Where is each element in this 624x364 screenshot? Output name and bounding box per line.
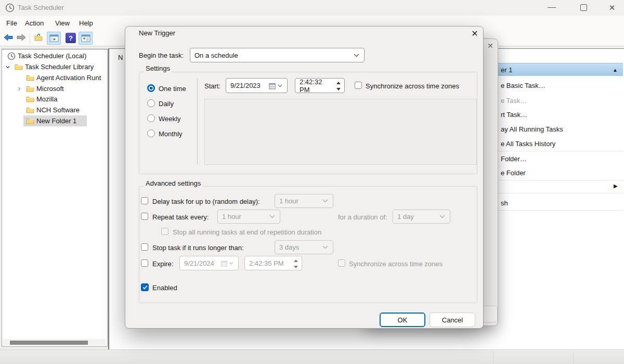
stop-task-checkbox[interactable] — [141, 243, 148, 251]
expire-label: Expire: — [152, 260, 173, 268]
menu-view[interactable]: View — [52, 16, 73, 31]
stop-all-tasks-checkbox — [161, 228, 168, 235]
chevron-down-icon — [322, 245, 328, 249]
action-delete-folder[interactable]: e Folder — [498, 165, 623, 180]
folder-icon — [26, 107, 34, 113]
chevron-down-icon — [229, 262, 233, 265]
radio-daily[interactable] — [147, 99, 155, 107]
help-icon[interactable]: ? — [66, 33, 76, 43]
tree-item-library[interactable]: Task Scheduler Library — [5, 61, 94, 72]
delay-duration-value: 1 hour — [279, 197, 298, 205]
folder-icon — [26, 118, 34, 124]
console-tree-button[interactable] — [47, 32, 61, 45]
chevron-down-icon — [439, 215, 445, 218]
chevron-down-icon — [354, 54, 359, 57]
start-time-value: 2:42:32 PM — [300, 78, 333, 94]
action-all-tasks-history[interactable]: e All Tasks History — [498, 136, 623, 151]
action-refresh[interactable]: sh — [498, 196, 623, 210]
enabled-checkbox[interactable] — [141, 283, 149, 291]
ok-button-label: OK — [398, 316, 408, 324]
forward-icon[interactable] — [16, 34, 27, 41]
sync-timezones-checkbox[interactable] — [355, 82, 362, 89]
expire-checkbox[interactable] — [141, 259, 148, 267]
stop-task-label: Stop task if it runs longer than: — [152, 244, 244, 252]
console-tree-icon — [49, 34, 59, 42]
tree-item-mozilla[interactable]: Mozilla — [26, 94, 57, 105]
clock-icon — [7, 52, 16, 60]
radio-weekly[interactable] — [147, 114, 155, 122]
settings-divider — [197, 78, 198, 164]
advanced-group-label: Advanced settings — [144, 179, 203, 187]
tree-item-new-folder-1[interactable]: New Folder 1 — [26, 115, 76, 126]
action-new-folder[interactable]: Folder… — [498, 151, 623, 166]
start-label: Start: — [204, 82, 220, 90]
export-list-icon[interactable] — [34, 33, 43, 41]
begin-task-label: Begin the task: — [139, 51, 184, 59]
chevron-down-icon — [278, 84, 282, 87]
action-label: e All Tasks History — [501, 140, 555, 148]
action-create-basic-task[interactable]: e Basic Task… — [498, 78, 623, 93]
actions-header-label: er 1 — [501, 66, 512, 74]
window-title: Task Scheduler — [18, 0, 64, 16]
chevron-down-icon — [269, 215, 275, 218]
tree-item-label: Task Scheduler (Local) — [18, 52, 86, 60]
title-bar — [0, 0, 624, 16]
repeat-interval-select: 1 hour — [217, 210, 280, 224]
action-display-running-tasks[interactable]: ay All Running Tasks — [498, 122, 623, 136]
stop-task-duration-select: 3 days — [275, 240, 333, 254]
tree-item-nch-software[interactable]: NCH Software — [26, 105, 80, 115]
sync-timezones-label: Synchronize across time zones — [366, 82, 459, 90]
spin-up-icon[interactable] — [335, 80, 342, 85]
start-date-picker[interactable]: 9/21/2023 — [226, 78, 288, 93]
close-icon[interactable]: ✕ — [487, 42, 493, 50]
menu-action[interactable]: Action — [22, 16, 47, 31]
actions-header[interactable]: er 1 ▲ — [498, 63, 623, 76]
radio-one-time-label: One time — [159, 85, 186, 93]
radio-one-time[interactable] — [147, 84, 155, 92]
action-pane-icon — [81, 34, 90, 42]
chevron-down-icon[interactable] — [5, 64, 10, 70]
tree-item-root[interactable]: Task Scheduler (Local) — [7, 50, 86, 61]
radio-monthly[interactable] — [147, 129, 155, 137]
duration-value: 1 day — [397, 213, 414, 220]
expire-sync-checkbox — [338, 259, 345, 267]
tree-item-agent-activation[interactable]: Agent Activation Runt — [26, 72, 101, 83]
action-label: e Task… — [501, 97, 527, 105]
window-bottom-strip — [0, 349, 624, 364]
scrollbar-thumb[interactable] — [10, 341, 88, 345]
chevron-right-icon[interactable] — [17, 86, 22, 92]
enabled-label: Enabled — [152, 284, 177, 292]
action-label: Folder… — [501, 155, 527, 163]
settings-group-label: Settings — [144, 64, 172, 72]
tree-item-microsoft[interactable]: Microsoft — [17, 83, 64, 94]
tree-item-label: New Folder 1 — [36, 117, 76, 125]
collapse-icon[interactable]: ▲ — [613, 67, 618, 73]
actions-separator — [498, 193, 623, 193]
begin-task-select[interactable]: On a schedule — [190, 48, 365, 62]
column-header-name[interactable]: N — [118, 54, 123, 61]
action-pane-button[interactable] — [79, 32, 93, 45]
menu-help[interactable]: Help — [76, 16, 96, 31]
folder-icon — [26, 85, 34, 92]
expire-date-value: 9/21/2024 — [184, 259, 214, 267]
dialog-close-icon[interactable]: ✕ — [469, 28, 480, 39]
delay-task-label: Delay task for up to (random delay): — [152, 198, 260, 205]
action-label: e Basic Task… — [501, 82, 545, 89]
spin-down-icon[interactable] — [335, 86, 342, 92]
schedule-detail-panel — [204, 99, 477, 165]
submenu-arrow-icon[interactable]: ▶ — [614, 183, 618, 189]
ok-button[interactable]: OK — [380, 313, 425, 327]
radio-monthly-label: Monthly — [159, 130, 183, 138]
cancel-button-label: Cancel — [442, 316, 463, 324]
menu-file[interactable]: File — [3, 16, 20, 31]
action-create-task[interactable]: e Task… — [498, 93, 623, 108]
maximize-button[interactable] — [580, 4, 587, 11]
delay-task-checkbox[interactable] — [141, 197, 148, 204]
close-button[interactable]: ✕ — [606, 2, 618, 14]
cancel-button[interactable]: Cancel — [430, 313, 475, 327]
action-import-task[interactable]: rt Task… — [498, 107, 623, 122]
start-time-spinner[interactable]: 2:42:32 PM — [295, 78, 345, 93]
back-icon[interactable] — [3, 34, 14, 41]
repeat-task-checkbox[interactable] — [141, 213, 148, 220]
minimize-button[interactable] — [548, 7, 556, 8]
